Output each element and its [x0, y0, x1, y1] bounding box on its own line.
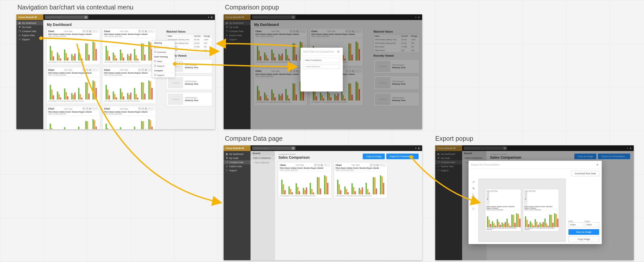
card-tool-icon[interactable]: ⊞	[486, 195, 489, 197]
export-button[interactable]: Export for Presentation...	[386, 154, 419, 159]
checkbox-icon[interactable]	[154, 74, 156, 76]
card-tool-icon[interactable]: ⋯	[327, 164, 330, 166]
card-tool-icon[interactable]: ◧	[89, 68, 92, 71]
card-tool-icon[interactable]: ◧	[320, 164, 323, 166]
card-tool-icon[interactable]: ⋯	[96, 30, 98, 33]
move-tool-icon[interactable]: ⤢	[471, 179, 476, 184]
card-tool-icon[interactable]: ↗	[148, 68, 151, 71]
search-go-icon[interactable]: ➤	[85, 16, 87, 19]
chart-card[interactable]: Chart Card Type ☰⊞◧↗⋯ Filters Brand: Adi…	[485, 189, 521, 231]
chart-card[interactable]: Chart Card Type ☰⊞◧↗⋯ Filters Brand: Adi…	[278, 162, 332, 199]
download-raw-button[interactable]: Download Raw Data	[572, 171, 599, 176]
sidebar-item-compare[interactable]: ❐Compare Data	[16, 29, 43, 33]
card-tool-icon[interactable]: ↗	[324, 164, 327, 166]
card-tool-icon[interactable]: ⊞	[86, 68, 88, 71]
board-item[interactable]: Sales Comparison	[251, 156, 275, 160]
card-tool-icon[interactable]: ◧	[486, 197, 489, 200]
card-tool-icon[interactable]: ↗	[148, 107, 151, 110]
modal-item[interactable]: Sales Comparison	[303, 58, 340, 63]
sidebar-item-explore[interactable]: ✔Explore Data	[16, 33, 43, 37]
card-tool-icon[interactable]: ⊞	[141, 107, 144, 110]
search-box[interactable]: ➤	[45, 15, 88, 19]
card-tool-icon[interactable]: ☰	[524, 192, 527, 195]
card-tool-icon[interactable]: ☰	[138, 68, 141, 71]
close-icon[interactable]: ✕	[337, 50, 340, 53]
sidebar-item-dashboard[interactable]: ▦My Dashboard	[16, 21, 43, 25]
card-tool-icon[interactable]: ☰	[138, 30, 141, 33]
card-tool-icon[interactable]: ⋯	[383, 164, 386, 166]
card-tool-icon[interactable]: ☰	[138, 107, 141, 110]
card-tool-icon[interactable]: ☰	[82, 30, 85, 33]
card-tool-icon[interactable]: ↗	[92, 68, 95, 71]
ctx-item[interactable]: Download	[152, 50, 175, 55]
card-tool-icon[interactable]: ⊞	[524, 195, 527, 197]
copy-as-image-button[interactable]: Copy as Image	[363, 154, 385, 159]
ctx-item[interactable]: Support	[152, 73, 175, 77]
card-tool-icon[interactable]: ◧	[145, 107, 148, 110]
card-tool-icon[interactable]: ⋯	[486, 203, 489, 206]
bell-icon[interactable]: ●	[208, 16, 209, 18]
context-menu[interactable]: Sharing On-Call View Download Goal Track…	[152, 41, 175, 78]
card-tool-icon[interactable]: ⋯	[524, 203, 527, 206]
chart-card[interactable]: Chart Card Type ☰⊞◧↗⋯ Filters Brand: Adi…	[102, 28, 156, 65]
search-go-icon[interactable]: ➤	[292, 147, 295, 150]
card-tool-icon[interactable]: ⊞	[317, 164, 320, 166]
card-tool-icon[interactable]: ◧	[524, 197, 527, 200]
sidebar-item-support[interactable]: ?Support	[16, 37, 43, 42]
card-tool-icon[interactable]: ◧	[89, 107, 92, 110]
sidebar-item-support[interactable]: ?Support	[224, 168, 251, 173]
user-avatar[interactable]: ◐	[418, 147, 420, 149]
search-box[interactable]: ➤	[252, 146, 296, 150]
card-tool-icon[interactable]: ☰	[82, 68, 85, 71]
card-tool-icon[interactable]: ⊞	[86, 107, 88, 110]
sidebar-item-goals[interactable]: ⚑My Goals	[16, 25, 43, 29]
card-tool-icon[interactable]: ⊞	[141, 68, 144, 71]
card-tool-icon[interactable]: ↗	[524, 200, 527, 203]
recent-card[interactable]: Thumbnail Off-PremisesDelivery Time	[166, 92, 212, 106]
checkbox-icon[interactable]	[154, 65, 156, 67]
card-tool-icon[interactable]: ↗	[148, 30, 151, 33]
export-canvas[interactable]: Chart Card Type ☰⊞◧↗⋯ Filters Brand: Adi…	[478, 178, 566, 242]
card-tool-icon[interactable]: ↗	[92, 107, 95, 110]
line-tool-icon[interactable]: ╲	[471, 193, 476, 197]
card-tool-icon[interactable]: ⋯	[151, 107, 154, 110]
ctx-item[interactable]: On-Call View	[152, 45, 175, 50]
copy-image-button[interactable]: Copy Image	[568, 236, 599, 242]
modal-new-item[interactable]: + New Clipboard	[303, 64, 340, 69]
ctx-item[interactable]: Sales	[152, 59, 175, 64]
pencil-tool-icon[interactable]: ✎	[471, 186, 476, 191]
card-tool-icon[interactable]: ⋯	[96, 107, 98, 110]
chart-card[interactable]: Chart Card Type ☰⊞◧↗⋯ Filters Brand: Adi…	[102, 67, 156, 104]
card-tool-icon[interactable]: ⊞	[141, 30, 144, 33]
bell-icon[interactable]: ●	[415, 147, 417, 149]
checkbox-icon[interactable]	[154, 46, 156, 48]
height-input[interactable]: 600px	[585, 222, 599, 227]
card-tool-icon[interactable]: ↗	[486, 200, 489, 203]
recent-card[interactable]: Thumbnail Off-PremisesDelivery Time	[166, 76, 212, 90]
checkbox-icon[interactable]	[154, 60, 156, 62]
search-input[interactable]	[46, 16, 85, 19]
user-avatar[interactable]: ◐	[211, 16, 213, 18]
card-tool-icon[interactable]: ↗	[380, 164, 382, 166]
card-tool-icon[interactable]: ☰	[314, 164, 317, 166]
rect-tool-icon[interactable]: □	[471, 206, 476, 211]
sidebar-item-dashboard[interactable]: ▦My Dashboard	[224, 152, 251, 156]
card-tool-icon[interactable]: ◧	[89, 30, 92, 33]
chart-card[interactable]: Chart Card Type ☰⊞◧↗⋯ Filters Brand: Adi…	[46, 28, 100, 65]
chart-card[interactable]: Chart Card Type ☰⊞◧↗⋯ Filters Brand: Adi…	[46, 67, 100, 104]
card-tool-icon[interactable]: ⋯	[151, 30, 154, 33]
checkbox-icon[interactable]	[154, 51, 156, 53]
chart-card[interactable]: Chart Card Type ☰⊞◧↗⋯ Filters Brand: Adi…	[334, 162, 388, 199]
sidebar-item-explore[interactable]: ✔Explore Data	[224, 164, 251, 168]
card-tool-icon[interactable]: ⋯	[96, 68, 98, 71]
card-tool-icon[interactable]: ◧	[145, 68, 148, 71]
save-image-button[interactable]: Save as Image	[568, 229, 599, 235]
close-icon[interactable]: ✕	[596, 163, 599, 166]
search-input[interactable]	[253, 147, 292, 150]
card-tool-icon[interactable]: ☰	[82, 107, 85, 110]
chart-card[interactable]: Chart Card Type ☰⊞◧↗⋯ Filters Brand: Adi…	[102, 106, 156, 129]
card-tool-icon[interactable]: ☰	[370, 164, 372, 166]
card-tool-icon[interactable]: ⊞	[373, 164, 376, 166]
sidebar-item-goals[interactable]: ⚑My Goals	[224, 156, 251, 160]
card-tool-icon[interactable]: ⊞	[86, 30, 88, 33]
